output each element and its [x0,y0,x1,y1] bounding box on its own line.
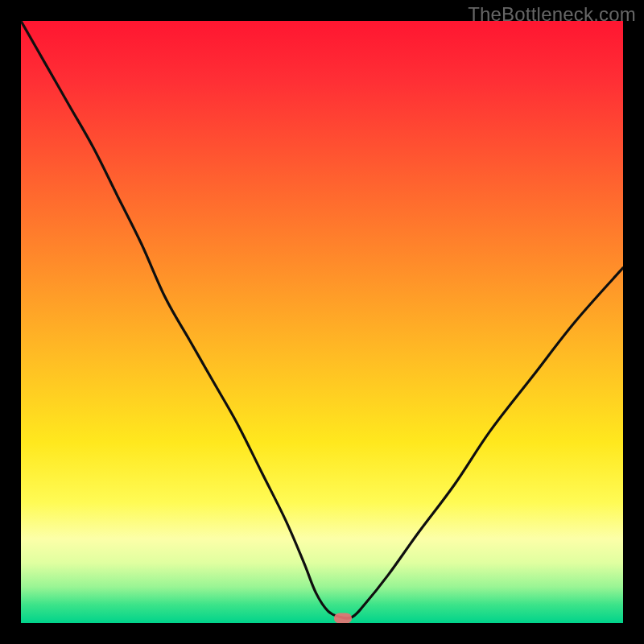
stage: TheBottleneck.com [0,0,644,644]
minimum-marker [334,613,352,623]
plot-area [21,21,623,623]
bottleneck-curve [21,21,623,623]
watermark-text: TheBottleneck.com [468,3,636,26]
